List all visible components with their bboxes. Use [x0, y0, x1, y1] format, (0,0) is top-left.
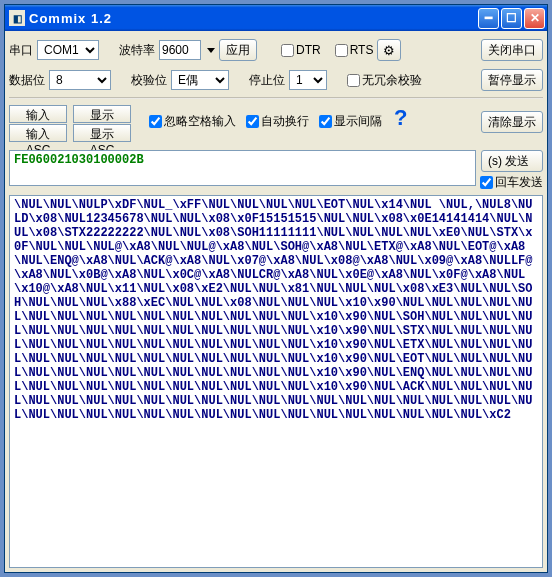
baud-label: 波特率	[119, 42, 155, 59]
port-label: 串口	[9, 42, 33, 59]
baud-dropdown-icon[interactable]	[207, 48, 215, 53]
output-area[interactable]: \NUL\NUL\NULP\xDF\NUL_\xFF\NUL\NUL\NUL\N…	[9, 195, 543, 568]
stopbits-label: 停止位	[249, 72, 285, 89]
dtr-checkbox[interactable]: DTR	[281, 43, 321, 57]
client-area: 串口 COM1 波特率 应用 DTR RTS ⚙ 关闭串口 数据位 8 校验位 …	[5, 31, 547, 572]
row-port: 串口 COM1 波特率 应用 DTR RTS ⚙ 关闭串口	[9, 39, 543, 61]
send-area: FE060021030100002B (s) 发送 回车发送	[9, 150, 543, 191]
show-gap-checkbox[interactable]: 显示间隔	[319, 113, 382, 130]
window-buttons: ━ ☐ ✕	[478, 8, 545, 29]
auto-wrap-checkbox[interactable]: 自动换行	[246, 113, 309, 130]
input-hex-button[interactable]: 输入HEX	[9, 105, 67, 123]
input-mode-col: 输入HEX 输入ASC	[9, 105, 67, 142]
divider	[9, 97, 543, 99]
app-window: ◧ Commix 1.2 ━ ☐ ✕ 串口 COM1 波特率 应用 DTR RT…	[4, 4, 548, 573]
help-button[interactable]: ?	[388, 105, 413, 131]
databits-select[interactable]: 8	[49, 70, 111, 90]
app-icon: ◧	[9, 10, 25, 26]
enter-send-checkbox[interactable]: 回车发送	[480, 174, 543, 191]
send-button[interactable]: (s) 发送	[481, 150, 543, 172]
show-hex-button[interactable]: 显示HEX	[73, 105, 131, 123]
clear-display-button[interactable]: 清除显示	[481, 111, 543, 133]
config-icon-button[interactable]: ⚙	[377, 39, 401, 61]
window-title: Commix 1.2	[29, 11, 478, 26]
noredundant-checkbox[interactable]: 无冗余校验	[347, 72, 422, 89]
pause-display-button[interactable]: 暂停显示	[481, 69, 543, 91]
minimize-button[interactable]: ━	[478, 8, 499, 29]
input-asc-button[interactable]: 输入ASC	[9, 124, 67, 142]
close-button[interactable]: ✕	[524, 8, 545, 29]
apply-button[interactable]: 应用	[219, 39, 257, 61]
rts-checkbox[interactable]: RTS	[335, 43, 374, 57]
parity-label: 校验位	[131, 72, 167, 89]
show-mode-col: 显示HEX 显示ASC	[73, 105, 131, 142]
close-port-button[interactable]: 关闭串口	[481, 39, 543, 61]
show-asc-button[interactable]: 显示ASC	[73, 124, 131, 142]
titlebar: ◧ Commix 1.2 ━ ☐ ✕	[5, 5, 547, 31]
stopbits-select[interactable]: 1	[289, 70, 327, 90]
row-options: 输入HEX 输入ASC 显示HEX 显示ASC 忽略空格输入 自动换行 显示间隔…	[9, 105, 543, 142]
baud-input[interactable]	[159, 40, 201, 60]
ignore-space-checkbox[interactable]: 忽略空格输入	[149, 113, 236, 130]
send-input[interactable]: FE060021030100002B	[9, 150, 476, 186]
maximize-button[interactable]: ☐	[501, 8, 522, 29]
row-databits: 数据位 8 校验位 E偶 停止位 1 无冗余校验 暂停显示	[9, 69, 543, 91]
databits-label: 数据位	[9, 72, 45, 89]
parity-select[interactable]: E偶	[171, 70, 229, 90]
send-col: (s) 发送 回车发送	[480, 150, 543, 191]
port-select[interactable]: COM1	[37, 40, 99, 60]
